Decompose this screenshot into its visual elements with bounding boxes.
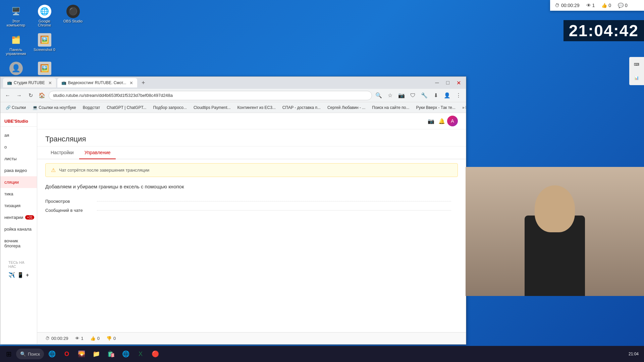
- tab-close-video[interactable]: ✕: [129, 80, 133, 85]
- taskbar: ⊞ 🔍 Поиск 🌐 O 🌄 📁 🛍️ 🌐 X 🔴 21:04: [0, 346, 644, 362]
- sidebar-home-label: ая: [4, 133, 9, 138]
- search-in-page-button[interactable]: 🔍: [374, 91, 383, 100]
- bookmark-music[interactable]: Руки Вверх - Так те...: [413, 105, 458, 111]
- sidebar-playlists-label: листы: [4, 156, 17, 161]
- bottom-stream-bar: ⏱ 00:00:29 👁 1 👍 0 👎 0: [37, 332, 466, 344]
- taskbar-opera-app[interactable]: O: [60, 347, 73, 361]
- bottom-timer-value: 00:00:29: [51, 336, 68, 341]
- start-button[interactable]: ⊞: [3, 348, 15, 360]
- new-tab-button[interactable]: +: [139, 78, 148, 87]
- bookmark-wordstat[interactable]: Вордстат: [80, 105, 103, 111]
- address-bar[interactable]: [49, 91, 372, 100]
- sidebar-item-home[interactable]: ая: [0, 129, 37, 141]
- sidebar-item-monetization[interactable]: тизация: [0, 200, 37, 212]
- sidebar-item-broadcasts[interactable]: сляции: [0, 176, 37, 188]
- messages-label: Сообщений в чате: [45, 208, 96, 213]
- browser-tab-videhosting[interactable]: 📺 Видеохостинг RUTUBE. Смот... ✕: [57, 78, 138, 87]
- tab-settings-label: Настройки: [51, 150, 74, 155]
- taskbar-redcircle-app[interactable]: 🔴: [149, 347, 162, 361]
- bottom-dislikes: 👎 0: [106, 336, 116, 341]
- likes-icon: 👍: [601, 3, 607, 8]
- bell-header-icon[interactable]: 🔔: [436, 116, 447, 126]
- bookmark-links-icon: 🔗: [6, 105, 11, 110]
- bookmark-notebook[interactable]: 💻 Ссылки на ноутбуке: [30, 105, 79, 111]
- tab-settings[interactable]: Настройки: [45, 146, 79, 159]
- bookmark-all[interactable]: » Все закладки: [460, 105, 466, 111]
- warning-banner: ⚠ Чат сотрётся после завершения трансляц…: [45, 163, 458, 177]
- comments-stat: 💬 0: [618, 3, 628, 8]
- add-social-icon[interactable]: +: [26, 272, 29, 278]
- taskbar-store-app[interactable]: 🛍️: [104, 347, 118, 361]
- tab-management[interactable]: Управление: [79, 146, 116, 159]
- bottom-viewers-value: 1: [81, 336, 84, 341]
- obs-icon: ⚫: [66, 5, 80, 18]
- tab-close-studio[interactable]: ✕: [48, 80, 52, 85]
- back-button[interactable]: ←: [3, 91, 12, 100]
- taskbar-excel-app[interactable]: X: [134, 347, 147, 361]
- excel-icon[interactable]: 📊: [631, 72, 643, 84]
- telegram-icon[interactable]: ✈️: [8, 272, 15, 278]
- viewers-stat: 👁 1: [586, 3, 595, 8]
- minimize-button[interactable]: ─: [432, 78, 442, 87]
- bookmark-continent[interactable]: Контингент из ЕС3...: [235, 105, 278, 111]
- browser-titlebar: 📺 Студия RUTUBE ✕ 📺 Видеохостинг RUTUBE.…: [0, 77, 466, 89]
- admin-icon: 👤: [9, 62, 23, 75]
- bottom-dislikes-value: 0: [113, 336, 116, 341]
- taskbar-files-app[interactable]: 📁: [90, 347, 103, 361]
- sidebar-item-playlists[interactable]: листы: [0, 153, 37, 165]
- bookmark-spar-label: СПАР - доставка п...: [282, 105, 321, 110]
- desktop: 🖥️ Этот компьютер 🌐 Google Chrome ⚫ OBS …: [0, 0, 644, 362]
- forward-button[interactable]: →: [14, 91, 24, 100]
- desktop-icon-obs[interactable]: ⚫ OBS Studio: [60, 3, 86, 28]
- shield-button[interactable]: 🛡: [408, 91, 418, 100]
- bookmark-sergei[interactable]: Сергей Любавин - ...: [325, 105, 368, 111]
- download-button[interactable]: ⬇: [431, 91, 440, 100]
- bookmark-links[interactable]: 🔗 Ссылки: [3, 105, 29, 111]
- taskbar-chrome-app[interactable]: 🌐: [119, 347, 132, 361]
- desktop-icon-control-panel[interactable]: 🗂️ Панель управления: [3, 32, 29, 57]
- sidebar-item-comments[interactable]: нентарии +31: [0, 212, 37, 223]
- bookmark-notebook-icon: 💻: [33, 105, 38, 110]
- taskbar-photos-app[interactable]: 🌄: [75, 347, 88, 361]
- sidebar-item-o[interactable]: о: [0, 141, 37, 153]
- profile-button[interactable]: 👤: [442, 91, 452, 100]
- maximize-button[interactable]: □: [443, 78, 452, 87]
- home-button[interactable]: 🏠: [37, 91, 47, 100]
- sidebar-item-video-queue[interactable]: рака видео: [0, 165, 37, 176]
- comments-icon: 💬: [618, 3, 624, 8]
- desktop-icon-screenshot0[interactable]: 🖼️ Screenshot 0: [32, 32, 57, 57]
- bookmarks-bar: 🔗 Ссылки 💻 Ссылки на ноутбуке Вордстат C…: [0, 102, 466, 113]
- sidebar-item-blogger[interactable]: вочник блогера: [0, 235, 37, 252]
- close-button[interactable]: ✕: [454, 78, 463, 87]
- bookmark-queries[interactable]: Подбор запросо...: [150, 105, 189, 111]
- bookmark-all-label: Все закладки: [466, 105, 466, 110]
- extension-button[interactable]: 🔧: [420, 91, 429, 100]
- bookmark-continent-label: Контингент из ЕС3...: [237, 105, 276, 110]
- screenshot-button[interactable]: 📷: [397, 91, 406, 100]
- bookmark-chatgpt[interactable]: ChatGPT | ChatGPT...: [104, 105, 149, 111]
- refresh-button[interactable]: ↻: [26, 91, 35, 100]
- desktop-icon-chrome[interactable]: 🌐 Google Chrome: [32, 3, 57, 28]
- browser-tab-studio[interactable]: 📺 Студия RUTUBE ✕: [3, 78, 56, 87]
- menu-button[interactable]: ⋮: [454, 91, 463, 100]
- sidebar-item-analytics[interactable]: тика: [0, 188, 37, 200]
- bookmark-spar[interactable]: СПАР - доставка п...: [280, 105, 323, 111]
- user-avatar[interactable]: A: [447, 116, 458, 126]
- bookmark-search[interactable]: Поиск на сайте по...: [369, 105, 412, 111]
- whatsapp-icon[interactable]: 📱: [17, 272, 24, 278]
- browser-content: UBE'Studio ая о листы рака видео сляции: [0, 113, 466, 344]
- chrome-label: Google Chrome: [33, 19, 56, 27]
- camera-header-icon[interactable]: 📷: [426, 116, 436, 126]
- sidebar-channelsetup-label: ройка канала: [4, 227, 32, 232]
- social-links: ✈️ 📱 +: [4, 270, 33, 280]
- viewers-icon: 👁: [586, 3, 591, 8]
- bookmark-cloudtips[interactable]: Cloudtips Payment...: [191, 105, 233, 111]
- desktop-icon-my-computer[interactable]: 🖥️ Этот компьютер: [3, 3, 29, 28]
- bookmark-sergei-label: Сергей Любавин - ...: [327, 105, 365, 110]
- taskbar-edge-app[interactable]: 🌐: [45, 347, 59, 361]
- obs-label: OBS Studio: [63, 19, 83, 23]
- taskbar-search-container[interactable]: 🔍 Поиск: [16, 349, 44, 359]
- macros-icon[interactable]: ⌨: [631, 58, 643, 70]
- star-button[interactable]: ☆: [385, 91, 395, 100]
- sidebar-item-channel-setup[interactable]: ройка канала: [0, 223, 37, 235]
